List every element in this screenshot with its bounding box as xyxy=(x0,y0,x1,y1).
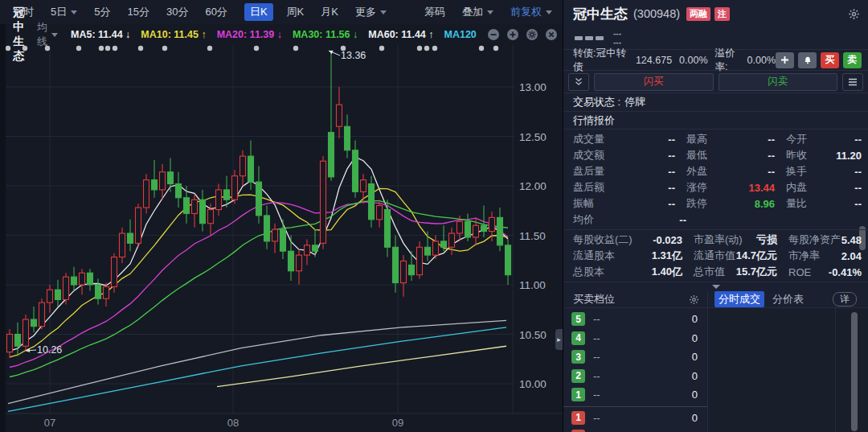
quote-cell: 市净率2.04 xyxy=(788,249,862,263)
quote-cell: 最高-- xyxy=(686,132,786,146)
order-book-divider xyxy=(563,406,707,407)
ma-value: MA5: 11.44 ↓ xyxy=(71,29,130,40)
ma-values: MA5: 11.44 ↓MA10: 11.45 ↑MA20: 11.39 ↓MA… xyxy=(71,29,487,40)
svg-text:11.50: 11.50 xyxy=(519,230,546,242)
panel-collapse-handle[interactable]: ▸ xyxy=(555,329,563,350)
menu-hamburger-icon[interactable] xyxy=(842,73,863,91)
quote-cell: 昨收11.20 xyxy=(786,148,862,163)
price-placeholder xyxy=(575,36,604,40)
quote-cell: 内盘-- xyxy=(786,180,862,195)
left-edge-strip xyxy=(0,24,6,432)
bond-change-pct: 0.00% xyxy=(679,55,707,66)
sell-level-badge: 5 xyxy=(571,312,585,326)
toolbar-item-筹码[interactable]: 筹码 xyxy=(424,5,445,19)
toolbar-item-5分[interactable]: 5分 xyxy=(94,5,110,19)
chevron-down-icon xyxy=(380,10,387,14)
svg-text:11.00: 11.00 xyxy=(519,279,546,291)
tick-trades-list[interactable] xyxy=(708,308,868,432)
order-level-row[interactable]: 2--0 xyxy=(563,367,707,386)
quote-cell: 总股本1.40亿 xyxy=(573,265,694,279)
order-book: 5--04--03--02--01--01--02--0 xyxy=(563,308,708,432)
chart-controls xyxy=(487,28,569,41)
toolbar-item-叠加[interactable]: 叠加 xyxy=(462,5,493,19)
quote-cell: 盘后量-- xyxy=(573,164,686,179)
svg-text:12.00: 12.00 xyxy=(519,180,547,192)
quote-grid: 成交量--最高--今开--成交额--最低--昨收11.20盘后量--外盘--换手… xyxy=(563,130,868,230)
quote-cell: 每股收益(二)-0.023 xyxy=(573,232,694,247)
tab-分价表[interactable]: 分价表 xyxy=(772,292,804,307)
quote-cell: 量比-- xyxy=(786,196,862,211)
zoom-in-icon[interactable] xyxy=(506,28,519,41)
ma-value: MA60: 11.44 ↑ xyxy=(368,29,433,40)
chart-panel: 分时5日5分15分30分60分日K周K月K更多筹码叠加前复权其他 冠中生态 均线… xyxy=(0,0,563,432)
zoom-out-icon[interactable] xyxy=(487,28,500,41)
chevron-down-icon xyxy=(51,33,58,37)
flash-trade-row: 闪买 闪卖 xyxy=(563,71,868,93)
toolbar-item-30分[interactable]: 30分 xyxy=(166,5,188,19)
period-tabs: 分时5日5分15分30分60分日K周K月K更多筹码叠加前复权其他 xyxy=(13,3,617,21)
chevron-down-icon xyxy=(712,285,720,289)
stock-header: 冠中生态 (300948) 两融注 --- --- xyxy=(563,0,868,50)
order-levels-title: 买卖档位 xyxy=(573,292,615,307)
candlestick-chart[interactable]: 13.0012.5012.0011.5011.0010.5010.0007080… xyxy=(0,45,563,432)
convertible-bond-row: 转债:冠中转债 124.675 0.00% 溢价率: 0.00% 买 卖 xyxy=(563,50,868,71)
quote-cell: 总市值15.7亿元 xyxy=(694,265,788,279)
detail-button[interactable]: 详 xyxy=(833,292,857,307)
quote-cell: 成交额-- xyxy=(573,148,686,163)
alert-bell-button[interactable] xyxy=(798,52,817,68)
trades-scrollbar[interactable] xyxy=(851,312,858,431)
collapse-section-button[interactable] xyxy=(563,282,868,291)
svg-text:13.00: 13.00 xyxy=(519,81,547,93)
quote-cell: 市盈率(动)亏损 xyxy=(694,232,788,247)
order-level-row[interactable]: 2--0 xyxy=(563,427,707,432)
grid-row: 流通股本1.31亿流通市值14.7亿元市净率2.04 xyxy=(563,248,868,264)
stock-badge: 两融 xyxy=(686,7,710,21)
quote-cell: 最低-- xyxy=(686,148,786,163)
order-level-row[interactable]: 4--0 xyxy=(563,329,707,348)
flash-buy-button[interactable]: 闪买 xyxy=(594,73,714,91)
ma-legend: 冠中生态 均线 MA5: 11.44 ↓MA10: 11.45 ↑MA20: 1… xyxy=(0,24,563,45)
chart-toolbar: 分时5日5分15分30分60分日K周K月K更多筹码叠加前复权其他 xyxy=(0,0,563,24)
double-chevron-down-icon[interactable] xyxy=(568,73,589,91)
order-levels-gear-icon[interactable] xyxy=(689,294,699,305)
toolbar-item-前复权[interactable]: 前复权 xyxy=(510,5,552,19)
stock-name: 冠中生态 xyxy=(573,5,628,23)
order-level-row[interactable]: 5--0 xyxy=(563,310,707,329)
toolbar-item-5日[interactable]: 5日 xyxy=(51,5,77,19)
order-level-row[interactable]: 3--0 xyxy=(563,348,707,367)
panel-settings-gear-icon[interactable] xyxy=(848,8,860,20)
quote-cell: 振幅-- xyxy=(573,196,686,211)
close-chart-icon[interactable] xyxy=(545,28,558,41)
svg-text:08: 08 xyxy=(227,417,239,429)
toolbar-item-月K[interactable]: 月K xyxy=(321,5,338,19)
buy-button[interactable]: 买 xyxy=(821,52,839,68)
grid-row: 盘后额--涨停13.44内盘-- xyxy=(563,179,868,195)
toolbar-item-15分[interactable]: 15分 xyxy=(127,5,149,19)
quote-cell: 盘后额-- xyxy=(573,180,686,195)
chart-settings-gear-icon[interactable] xyxy=(526,28,538,41)
low-annotation: 10.26 xyxy=(37,344,62,356)
status-label: 交易状态 : xyxy=(573,95,620,109)
svg-text:10.50: 10.50 xyxy=(519,329,547,341)
quote-cell: 换手-- xyxy=(786,164,862,179)
order-level-row[interactable]: 1--0 xyxy=(563,385,707,405)
toolbar-item-周K[interactable]: 周K xyxy=(287,5,305,19)
chevron-down-icon xyxy=(546,10,552,14)
quote-cell: 跌停8.96 xyxy=(686,196,786,211)
bond-label[interactable]: 转债:冠中转债 xyxy=(573,47,628,74)
quote-cell: 今开-- xyxy=(786,132,862,146)
toolbar-item-60分[interactable]: 60分 xyxy=(205,5,227,19)
bottom-tabs-row: 买卖档位 分时成交分价表 详 xyxy=(563,291,868,308)
tab-分时成交[interactable]: 分时成交 xyxy=(714,291,764,307)
sell-button[interactable]: 卖 xyxy=(843,52,862,68)
sell-level-badge: 3 xyxy=(571,350,585,364)
add-to-watchlist-button[interactable] xyxy=(776,52,794,68)
toolbar-item-日K[interactable]: 日K xyxy=(244,3,273,21)
toolbar-item-更多[interactable]: 更多 xyxy=(355,5,387,19)
bond-price: 124.675 xyxy=(636,55,672,66)
change-placeholder: --- --- xyxy=(613,29,621,47)
order-level-row[interactable]: 1--0 xyxy=(563,409,707,428)
flash-sell-button[interactable]: 闪卖 xyxy=(719,73,838,91)
trading-status-row: 交易状态 : 停牌 xyxy=(563,93,868,112)
quote-cell: ROE-0.41% xyxy=(788,266,862,278)
